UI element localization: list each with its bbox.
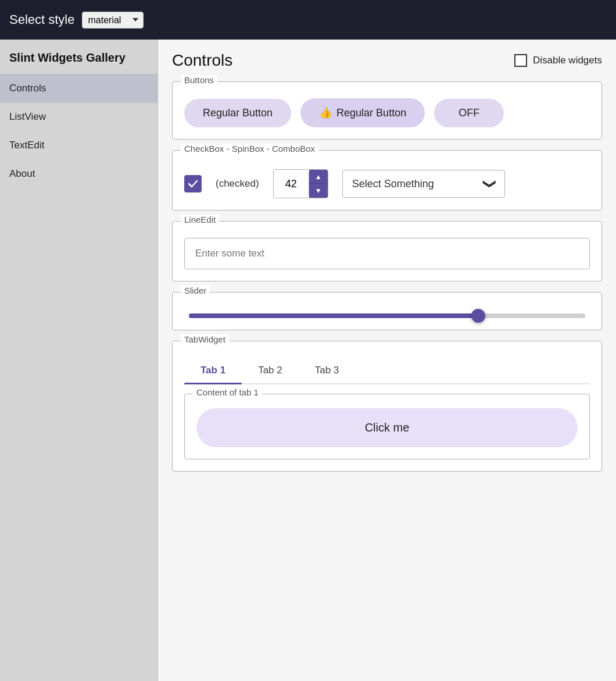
lineedit-section: LineEdit xyxy=(172,221,602,281)
sidebar: Slint Widgets Gallery Controls ListView … xyxy=(0,40,158,681)
line-edit-input[interactable] xyxy=(184,238,590,269)
checkbox[interactable] xyxy=(184,175,202,192)
content-area: Controls Disable widgets Buttons Regular… xyxy=(158,40,616,681)
sidebar-title: Slint Widgets Gallery xyxy=(0,40,157,74)
sidebar-item-listview[interactable]: ListView xyxy=(0,103,157,131)
select-style-label: Select style xyxy=(9,12,75,27)
tab-1[interactable]: Tab 1 xyxy=(184,358,242,383)
top-bar: Select style material fluent cupertino c… xyxy=(0,0,616,40)
tab-header: Tab 1 Tab 2 Tab 3 xyxy=(184,358,590,384)
disable-widgets-label: Disable widgets xyxy=(533,55,602,66)
buttons-legend: Buttons xyxy=(181,75,217,85)
spinbox-down-button[interactable]: ▼ xyxy=(309,184,328,198)
tabwidget-section: TabWidget Tab 1 Tab 2 Tab 3 Content of t… xyxy=(172,341,602,472)
spinbox-value: 42 xyxy=(274,172,309,196)
controls-row: (checked) 42 ▲ ▼ Select Something ❯ xyxy=(184,169,590,198)
tabwidget-legend: TabWidget xyxy=(181,334,229,344)
tab-content-legend: Content of tab 1 xyxy=(193,387,262,397)
tab-2[interactable]: Tab 2 xyxy=(242,358,299,383)
disable-widgets-area: Disable widgets xyxy=(514,54,602,67)
off-button[interactable]: OFF xyxy=(434,99,504,127)
slider-thumb[interactable] xyxy=(471,309,485,323)
slider-container xyxy=(184,313,590,318)
checkbox-spinbox-combobox-section: CheckBox - SpinBox - ComboBox (checked) … xyxy=(172,150,602,211)
checkmark-icon xyxy=(188,179,198,189)
chevron-down-icon: ❯ xyxy=(482,179,497,189)
spinbox-buttons: ▲ ▼ xyxy=(309,170,328,198)
style-select[interactable]: material fluent cupertino cosmic xyxy=(82,12,144,28)
disable-widgets-checkbox[interactable] xyxy=(514,54,527,67)
checkbox-label: (checked) xyxy=(216,178,259,190)
lineedit-legend: LineEdit xyxy=(181,215,219,224)
main-layout: Slint Widgets Gallery Controls ListView … xyxy=(0,40,616,681)
click-me-button[interactable]: Click me xyxy=(196,408,578,447)
combobox[interactable]: Select Something ❯ xyxy=(342,170,505,198)
slider-legend: Slider xyxy=(181,286,210,295)
combobox-value: Select Something xyxy=(352,178,434,190)
sidebar-item-about[interactable]: About xyxy=(0,160,157,188)
slider-section: Slider xyxy=(172,292,602,330)
spinbox-up-button[interactable]: ▲ xyxy=(309,170,328,184)
slider-fill xyxy=(189,313,478,318)
slider-track[interactable] xyxy=(189,313,585,318)
sidebar-item-controls[interactable]: Controls xyxy=(0,74,157,103)
sidebar-item-textedit[interactable]: TextEdit xyxy=(0,131,157,160)
regular-button-1[interactable]: Regular Button xyxy=(184,99,291,127)
spinbox: 42 ▲ ▼ xyxy=(273,169,328,198)
tab-3[interactable]: Tab 3 xyxy=(299,358,356,383)
page-title: Controls xyxy=(172,51,232,70)
regular-button-icon[interactable]: 👍 Regular Button xyxy=(300,98,425,127)
buttons-row: Regular Button 👍 Regular Button OFF xyxy=(184,98,590,127)
buttons-section: Buttons Regular Button 👍 Regular Button … xyxy=(172,81,602,140)
tab-content-box: Content of tab 1 Click me xyxy=(184,394,590,459)
thumbs-up-icon: 👍 xyxy=(319,106,332,119)
page-header: Controls Disable widgets xyxy=(172,51,602,70)
checkbox-spinbox-combobox-legend: CheckBox - SpinBox - ComboBox xyxy=(181,144,318,154)
